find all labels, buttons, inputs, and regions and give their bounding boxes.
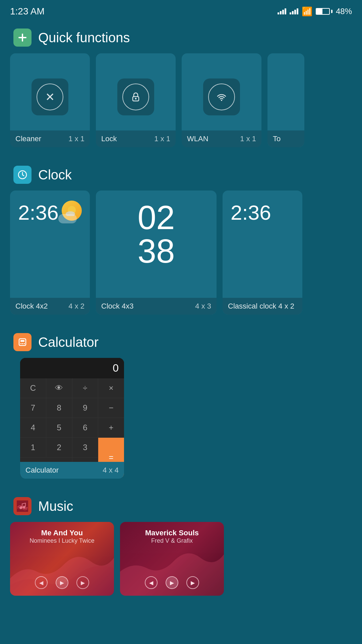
calc-btn-eye[interactable]: 👁 bbox=[46, 378, 72, 398]
svg-rect-12 bbox=[24, 343, 25, 344]
signal-icon-1 bbox=[278, 8, 286, 14]
signal-icon-2 bbox=[290, 8, 298, 14]
svg-rect-11 bbox=[22, 343, 23, 344]
clock-4x3-label: Clock 4x3 bbox=[101, 302, 134, 311]
calc-body: 0 C 👁 ÷ × 7 8 9 − 4 5 6 + 1 2 bbox=[20, 358, 124, 477]
clock-4x2-display: 2:36 bbox=[10, 191, 90, 224]
calculator-section-title: Calculator bbox=[38, 335, 99, 350]
calc-btn-7[interactable]: 7 bbox=[20, 398, 46, 418]
weather-icon bbox=[62, 201, 82, 221]
calc-btn-9[interactable]: 9 bbox=[72, 398, 98, 418]
calc-btn-c[interactable]: C bbox=[20, 378, 46, 398]
status-bar: 1:23 AM 📶 48% bbox=[0, 0, 362, 20]
svg-point-15 bbox=[23, 506, 25, 508]
wlan-size: 1 x 1 bbox=[240, 135, 256, 143]
cleaner-size: 1 x 1 bbox=[68, 135, 84, 143]
fourth-widget[interactable]: To bbox=[267, 53, 304, 147]
quick-functions-icon bbox=[13, 29, 32, 47]
lock-icon bbox=[122, 84, 149, 110]
music-title-area-2: Maverick Souls Fred V & Grafix bbox=[127, 529, 217, 544]
svg-point-4 bbox=[221, 100, 222, 101]
calc-btn-multiply[interactable]: × bbox=[98, 378, 124, 398]
cleaner-icon-bg: ✕ bbox=[32, 78, 68, 115]
clock-4x3-min: 38 bbox=[96, 234, 217, 268]
calc-label: Calculator bbox=[25, 466, 59, 475]
classical-clock-widget[interactable]: 2:36 Classical clock 4 x 2 bbox=[223, 191, 302, 315]
calc-btn-minus[interactable]: − bbox=[98, 398, 124, 418]
calc-size: 4 x 4 bbox=[103, 466, 119, 475]
status-icons: 📶 48% bbox=[278, 6, 352, 17]
clock-4x3-size: 4 x 3 bbox=[195, 302, 211, 311]
calc-btn-2[interactable]: 2 bbox=[46, 438, 72, 457]
classical-clock-display: 2:36 bbox=[223, 191, 302, 224]
clock-4x2-label-bar: Clock 4x2 4 x 2 bbox=[10, 298, 90, 315]
music-widget-me-and-you[interactable]: Me And You Nominees I Lucky Twice ◀ ▶ ▶ bbox=[10, 522, 114, 596]
svg-rect-9 bbox=[20, 340, 24, 342]
calc-display-value: 0 bbox=[113, 362, 119, 374]
clock-4x2-widget[interactable]: 2:36 Clock 4x2 4 x 2 bbox=[10, 191, 90, 315]
classical-clock-time: 2:36 bbox=[231, 201, 271, 224]
lock-icon-bg bbox=[117, 78, 154, 115]
cleaner-label-bar: Cleaner 1 x 1 bbox=[10, 130, 90, 147]
wlan-icon bbox=[208, 84, 235, 110]
fourth-label: To bbox=[273, 135, 281, 143]
music-artist-1: Nominees I Lucky Twice bbox=[17, 537, 107, 544]
classical-clock-label: Classical clock 4 x 2 bbox=[228, 302, 294, 311]
classical-clock-label-bar: Classical clock 4 x 2 bbox=[223, 298, 302, 315]
wifi-icon: 📶 bbox=[302, 6, 312, 17]
music-song-title-2: Maverick Souls bbox=[127, 529, 217, 537]
lock-label-bar: Lock 1 x 1 bbox=[96, 130, 176, 147]
svg-rect-8 bbox=[19, 339, 26, 345]
quick-functions-title: Quick functions bbox=[38, 30, 130, 45]
calculator-widget[interactable]: 0 C 👁 ÷ × 7 8 9 − 4 5 6 + 1 2 bbox=[20, 358, 124, 479]
calc-btn-plus[interactable]: + bbox=[98, 418, 124, 437]
clock-section-title: Clock bbox=[38, 167, 72, 182]
clock-4x3-display: 02 38 bbox=[96, 191, 217, 268]
music-widgets: Me And You Nominees I Lucky Twice ◀ ▶ ▶ … bbox=[0, 522, 362, 596]
calc-label-bar: Calculator 4 x 4 bbox=[20, 462, 124, 479]
calc-btn-6[interactable]: 6 bbox=[72, 418, 98, 437]
battery-percentage: 48% bbox=[336, 7, 352, 16]
battery-icon bbox=[316, 8, 333, 15]
calc-btn-1[interactable]: 1 bbox=[20, 438, 46, 457]
lock-size: 1 x 1 bbox=[154, 135, 170, 143]
quick-functions-header: Quick functions bbox=[0, 20, 362, 53]
cleaner-icon: ✕ bbox=[37, 84, 63, 110]
clock-4x2-size: 4 x 2 bbox=[68, 302, 84, 311]
music-title-area-1: Me And You Nominees I Lucky Twice bbox=[17, 529, 107, 544]
music-artist-2: Fred V & Grafix bbox=[127, 537, 217, 544]
clock-widgets: 2:36 Clock 4x2 4 x 2 02 38 Clock 4x3 4 x… bbox=[0, 191, 362, 315]
clock-header: Clock bbox=[0, 157, 362, 191]
music-widget-maverick-souls[interactable]: Maverick Souls Fred V & Grafix ◀ ▶ ▶ bbox=[120, 522, 224, 596]
svg-rect-1 bbox=[22, 34, 23, 42]
lock-widget[interactable]: Lock 1 x 1 bbox=[96, 53, 176, 147]
clock-4x3-widget[interactable]: 02 38 Clock 4x3 4 x 3 bbox=[96, 191, 217, 315]
calc-btn-divide[interactable]: ÷ bbox=[72, 378, 98, 398]
quick-functions-widgets: ✕ Cleaner 1 x 1 Lock 1 x 1 bbox=[0, 53, 362, 147]
music-song-title-1: Me And You bbox=[17, 529, 107, 537]
cleaner-widget[interactable]: ✕ Cleaner 1 x 1 bbox=[10, 53, 90, 147]
music-section-icon bbox=[13, 497, 32, 515]
clock-icon bbox=[13, 166, 32, 184]
wlan-label-bar: WLAN 1 x 1 bbox=[182, 130, 261, 147]
music-section-title: Music bbox=[38, 499, 73, 514]
calculator-header: Calculator bbox=[0, 325, 362, 358]
lock-label: Lock bbox=[101, 135, 117, 143]
wlan-icon-bg bbox=[203, 78, 240, 115]
svg-point-14 bbox=[19, 506, 22, 509]
calc-btn-8[interactable]: 8 bbox=[46, 398, 72, 418]
wlan-widget[interactable]: WLAN 1 x 1 bbox=[182, 53, 261, 147]
svg-rect-10 bbox=[20, 343, 21, 344]
calculator-widget-container: 0 C 👁 ÷ × 7 8 9 − 4 5 6 + 1 2 bbox=[0, 358, 362, 479]
clock-4x2-time: 2:36 bbox=[18, 201, 59, 224]
svg-point-3 bbox=[135, 98, 137, 100]
calc-display: 0 bbox=[20, 358, 124, 378]
clock-4x2-label: Clock 4x2 bbox=[15, 302, 48, 311]
calc-btn-5[interactable]: 5 bbox=[46, 418, 72, 437]
calc-btn-4[interactable]: 4 bbox=[20, 418, 46, 437]
wlan-label: WLAN bbox=[187, 135, 208, 143]
music-header: Music bbox=[0, 489, 362, 522]
clock-4x3-label-bar: Clock 4x3 4 x 3 bbox=[96, 298, 217, 315]
fourth-label-bar: To bbox=[267, 130, 304, 147]
calc-btn-3[interactable]: 3 bbox=[72, 438, 98, 457]
